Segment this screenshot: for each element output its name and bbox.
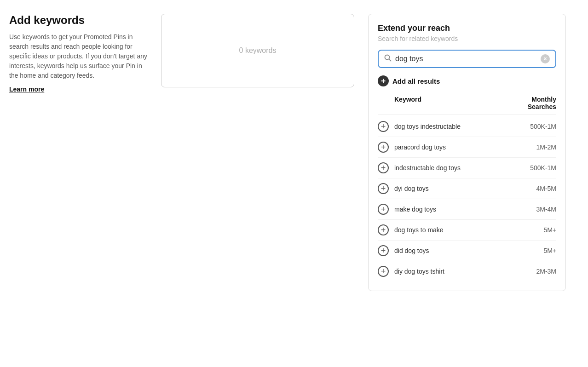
table-row: +indestructable dog toys500K-1M xyxy=(378,158,556,178)
table-header: Keyword MonthlySearches xyxy=(378,96,556,115)
monthly-searches: 500K-1M xyxy=(524,164,556,172)
col-keyword-header: Keyword xyxy=(394,96,421,110)
keyword-text: dog toys to make xyxy=(394,226,519,234)
keywords-placeholder: 0 keywords xyxy=(239,46,277,55)
search-input-wrapper: × xyxy=(378,50,556,68)
table-row: +did dog toys5M+ xyxy=(378,241,556,261)
add-all-icon: + xyxy=(378,75,389,86)
monthly-searches: 500K-1M xyxy=(524,123,556,130)
table-row: +diy dog toys tshirt2M-3M xyxy=(378,261,556,281)
keywords-box: 0 keywords xyxy=(161,14,354,87)
monthly-searches: 5M+ xyxy=(524,247,556,254)
search-input[interactable] xyxy=(395,55,537,63)
table-row: +paracord dog toys1M-2M xyxy=(378,137,556,158)
middle-panel: 0 keywords xyxy=(161,14,354,291)
keywords-table: Keyword MonthlySearches +dog toys indest… xyxy=(378,96,556,281)
search-icon xyxy=(384,54,392,63)
keyword-text: did dog toys xyxy=(394,247,519,254)
keyword-text: diy dog toys tshirt xyxy=(394,268,519,275)
description-text: Use keywords to get your Promoted Pins i… xyxy=(9,32,147,80)
page-title: Add keywords xyxy=(9,14,147,27)
keyword-text: dyi dog toys xyxy=(394,185,519,192)
learn-more-link[interactable]: Learn more xyxy=(9,86,44,93)
add-keyword-button[interactable]: + xyxy=(378,204,389,215)
add-keyword-button[interactable]: + xyxy=(378,224,389,235)
col-monthly-header: MonthlySearches xyxy=(528,96,556,110)
table-row: +dyi dog toys4M-5M xyxy=(378,178,556,199)
monthly-searches: 1M-2M xyxy=(524,143,556,151)
monthly-searches: 2M-3M xyxy=(524,268,556,275)
add-keyword-button[interactable]: + xyxy=(378,183,389,194)
table-row: +dog toys indestructable500K-1M xyxy=(378,116,556,137)
keyword-rows-container: +dog toys indestructable500K-1M+paracord… xyxy=(378,116,556,281)
right-panel: Extend your reach Search for related key… xyxy=(368,14,566,291)
add-all-label: Add all results xyxy=(392,77,440,85)
keyword-text: paracord dog toys xyxy=(394,143,519,151)
add-all-button[interactable]: + Add all results xyxy=(378,75,440,86)
keyword-text: indestructable dog toys xyxy=(394,164,519,172)
monthly-searches: 3M-4M xyxy=(524,206,556,213)
table-row: +make dog toys3M-4M xyxy=(378,199,556,220)
table-row: +dog toys to make5M+ xyxy=(378,220,556,241)
extend-title: Extend your reach xyxy=(378,23,556,33)
add-keyword-button[interactable]: + xyxy=(378,142,389,153)
svg-line-1 xyxy=(389,59,391,61)
add-keyword-button[interactable]: + xyxy=(378,121,389,132)
keyword-text: make dog toys xyxy=(394,206,519,213)
clear-button[interactable]: × xyxy=(541,54,550,63)
monthly-searches: 5M+ xyxy=(524,226,556,234)
add-keyword-button[interactable]: + xyxy=(378,245,389,256)
add-keyword-button[interactable]: + xyxy=(378,162,389,173)
left-panel: Add keywords Use keywords to get your Pr… xyxy=(9,14,147,291)
monthly-searches: 4M-5M xyxy=(524,185,556,192)
add-keyword-button[interactable]: + xyxy=(378,266,389,277)
keyword-text: dog toys indestructable xyxy=(394,123,519,130)
extend-subtitle: Search for related keywords xyxy=(378,35,556,42)
